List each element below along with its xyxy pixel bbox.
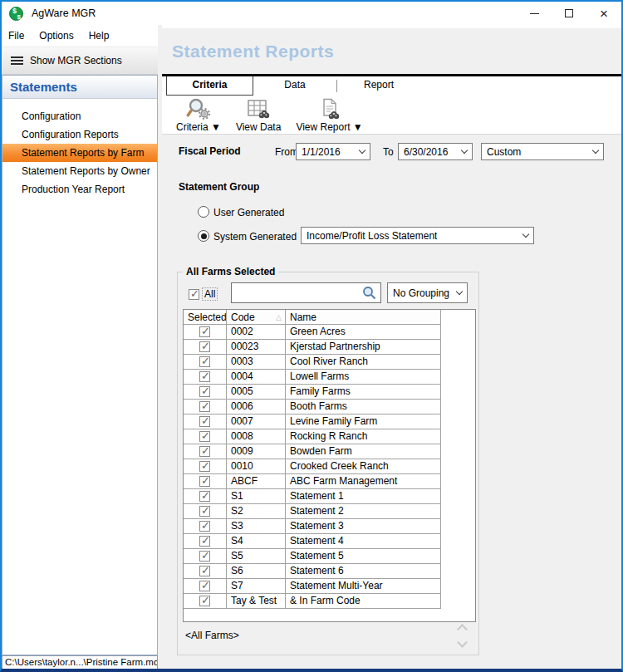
view-data-label: View Data: [236, 121, 281, 133]
farm-row-checkbox[interactable]: [199, 491, 210, 502]
farm-row-checkbox[interactable]: [199, 566, 210, 576]
farm-table-row[interactable]: Tay & Test& In Farm Code: [184, 594, 441, 609]
farm-table-row[interactable]: S1Statement 1: [184, 489, 441, 504]
farm-table-row[interactable]: 0005Family Farms: [184, 385, 441, 400]
menubar: FileOptionsHelp: [2, 25, 158, 47]
farm-selected-cell: [184, 444, 227, 459]
menu-item-options[interactable]: Options: [39, 30, 73, 42]
farm-table-row[interactable]: S2Statement 2: [184, 504, 441, 519]
farm-row-checkbox[interactable]: [199, 386, 210, 397]
farm-name-cell: Statement 2: [286, 504, 441, 519]
farm-table-row[interactable]: 0003Cool River Ranch: [184, 355, 441, 370]
status-bar: C:\Users\taylor.n...\Pristine Farm.mdb: [2, 655, 158, 670]
close-icon: ×: [600, 7, 608, 21]
close-button[interactable]: ×: [586, 2, 621, 25]
sidebar-item[interactable]: Production Year Report: [2, 180, 157, 199]
farm-table-row[interactable]: 0008Rocking R Ranch: [184, 429, 441, 444]
scroll-down-icon[interactable]: [457, 637, 468, 648]
menu-item-help[interactable]: Help: [89, 30, 110, 42]
column-header-name[interactable]: Name: [286, 310, 441, 325]
to-date-combobox[interactable]: 6/30/2016: [398, 143, 473, 160]
farm-row-checkbox[interactable]: [199, 551, 210, 562]
farm-row-checkbox[interactable]: [199, 536, 210, 547]
farm-code-cell: S5: [227, 549, 286, 564]
farm-row-checkbox[interactable]: [199, 521, 210, 532]
farm-code-cell: S3: [227, 519, 286, 534]
grouping-value: No Grouping: [393, 287, 449, 299]
farm-table-row[interactable]: S5Statement 5: [184, 549, 441, 564]
farm-row-checkbox[interactable]: [199, 401, 210, 412]
hamburger-icon: [11, 56, 23, 65]
database-path: C:\Users\taylor.n...\Pristine Farm.mdb: [5, 657, 158, 667]
farm-code-cell: S6: [227, 564, 286, 579]
select-all-checkbox[interactable]: [189, 289, 199, 300]
farm-row-checkbox[interactable]: [199, 596, 210, 606]
farm-selected-cell: [184, 325, 227, 340]
app-icon: [9, 7, 23, 21]
farm-row-checkbox[interactable]: [199, 356, 210, 367]
farm-search-input[interactable]: [232, 283, 357, 302]
farm-table-row[interactable]: ABCFABC Farm Management: [184, 474, 441, 489]
tab-report[interactable]: Report: [337, 76, 420, 96]
statement-type-combobox[interactable]: Income/Profit Loss Statement: [301, 227, 534, 244]
farm-row-checkbox[interactable]: [199, 431, 210, 442]
grouping-combobox[interactable]: No Grouping: [387, 282, 468, 303]
farm-row-checkbox[interactable]: [199, 506, 210, 517]
farm-selected-cell: [184, 504, 227, 519]
sidebar-item[interactable]: Statement Reports by Owner: [2, 162, 157, 180]
system-generated-radio[interactable]: [198, 230, 209, 242]
farm-table: Selected Code△ Name 0002Green Acres00023…: [183, 309, 476, 622]
farm-table-row[interactable]: 00023Kjerstad Partnership: [184, 340, 441, 355]
farm-search-box: [231, 282, 381, 303]
farm-row-checkbox[interactable]: [199, 416, 210, 427]
scroll-up-icon[interactable]: [457, 624, 468, 635]
farm-name-cell: Cool River Ranch: [286, 355, 441, 370]
scroll-arrows: [456, 625, 468, 646]
user-generated-label: User Generated: [213, 207, 284, 218]
view-report-button[interactable]: View Report ▼: [288, 96, 370, 133]
farm-table-body: 0002Green Acres00023Kjerstad Partnership…: [184, 325, 475, 609]
farm-table-row[interactable]: S3Statement 3: [184, 519, 441, 534]
farm-table-row[interactable]: 0002Green Acres: [184, 325, 441, 340]
farm-table-row[interactable]: 0006Booth Farms: [184, 400, 441, 414]
farm-table-row[interactable]: 0007Levine Family Farm: [184, 414, 441, 429]
farm-table-row[interactable]: S4Statement 4: [184, 534, 441, 549]
farm-table-row[interactable]: S6Statement 6: [184, 564, 441, 579]
show-mgr-sections-button[interactable]: Show MGR Sections: [2, 47, 158, 75]
minimize-button[interactable]: [517, 2, 552, 25]
page-header: Statement Reports: [162, 25, 621, 74]
sidebar-item[interactable]: Statement Reports by Farm: [2, 144, 157, 162]
column-header-code[interactable]: Code△: [227, 310, 286, 325]
search-button[interactable]: [357, 283, 380, 302]
farm-name-cell: Levine Family Farm: [286, 414, 441, 429]
criteria-toolbar-button[interactable]: Criteria ▼: [169, 96, 228, 133]
farm-code-cell: 0008: [227, 429, 286, 444]
period-range-combobox[interactable]: Custom: [481, 143, 604, 160]
farm-row-checkbox[interactable]: [199, 341, 210, 352]
maximize-button[interactable]: [552, 2, 586, 25]
sidebar-item[interactable]: Configuration Reports: [2, 125, 157, 144]
farm-table-row[interactable]: 0010Crooked Creek Ranch: [184, 459, 441, 474]
user-generated-radio[interactable]: [198, 206, 209, 218]
farm-code-cell: 0004: [227, 370, 286, 385]
farm-table-row[interactable]: 0009Bowden Farm: [184, 444, 441, 459]
tab-criteria[interactable]: Criteria: [166, 76, 253, 96]
view-data-button[interactable]: View Data: [228, 96, 288, 133]
minimize-icon: [530, 13, 539, 14]
farm-table-row[interactable]: 0004Lowell Farms: [184, 370, 441, 385]
farm-name-cell: Statement 5: [286, 549, 441, 564]
tab-data[interactable]: Data: [253, 76, 336, 96]
farm-row-checkbox[interactable]: [199, 476, 210, 487]
column-header-selected[interactable]: Selected: [184, 310, 227, 325]
farm-row-checkbox[interactable]: [199, 446, 210, 457]
farm-row-checkbox[interactable]: [199, 371, 210, 382]
farm-row-checkbox[interactable]: [199, 326, 210, 337]
farm-table-row[interactable]: S7Statement Multi-Year: [184, 579, 441, 594]
from-date-combobox[interactable]: 1/1/2016: [296, 143, 370, 160]
farm-row-checkbox[interactable]: [199, 461, 210, 472]
farm-code-cell: 0003: [227, 355, 286, 370]
farm-row-checkbox[interactable]: [199, 581, 210, 591]
sidebar-item[interactable]: Configuration: [2, 107, 157, 125]
farm-selected-cell: [184, 340, 227, 355]
menu-item-file[interactable]: File: [8, 30, 24, 42]
